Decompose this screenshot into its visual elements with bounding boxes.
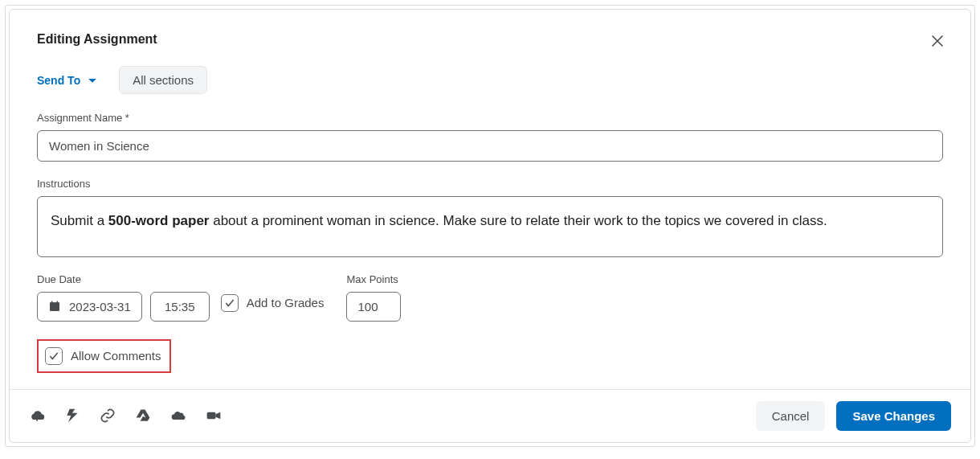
instructions-label: Instructions	[37, 178, 943, 190]
google-drive-icon[interactable]	[135, 408, 151, 424]
allow-comments-highlight: Allow Comments	[37, 339, 171, 373]
assignment-name-label: Assignment Name *	[37, 112, 943, 124]
add-to-grades-label: Add to Grades	[247, 296, 325, 309]
editing-assignment-modal: Editing Assignment Send To All sections …	[9, 9, 971, 443]
video-icon[interactable]	[206, 408, 222, 424]
quicklink-icon[interactable]	[64, 408, 80, 424]
due-date-label: Due Date	[37, 273, 210, 285]
checkmark-icon	[48, 350, 59, 362]
svg-rect-4	[207, 412, 216, 419]
instructions-text-prefix: Submit a	[51, 213, 108, 228]
svg-rect-1	[50, 303, 59, 305]
upload-cloud-icon[interactable]	[29, 408, 45, 424]
modal-title: Editing Assignment	[37, 32, 157, 47]
instructions-editor[interactable]: Submit a 500-word paper about a prominen…	[37, 196, 943, 257]
svg-rect-3	[57, 301, 58, 304]
section-chip[interactable]: All sections	[119, 66, 207, 94]
allow-comments-checkbox[interactable]	[45, 347, 63, 365]
close-icon	[930, 34, 945, 48]
instructions-text-bold: 500-word paper	[108, 213, 210, 228]
onedrive-icon[interactable]	[170, 408, 186, 424]
instructions-text-suffix: about a prominent woman in science. Make…	[209, 213, 827, 228]
add-to-grades-checkbox[interactable]	[221, 294, 239, 312]
max-points-label: Max Points	[346, 273, 401, 285]
chevron-down-icon	[87, 75, 98, 86]
save-changes-button[interactable]: Save Changes	[836, 401, 951, 431]
max-points-input[interactable]	[346, 292, 401, 322]
link-icon[interactable]	[100, 408, 116, 424]
close-button[interactable]	[927, 31, 948, 54]
svg-rect-2	[51, 301, 52, 304]
send-to-label: Send To	[37, 74, 80, 87]
allow-comments-label: Allow Comments	[71, 349, 161, 363]
assignment-name-input[interactable]	[37, 130, 943, 162]
calendar-icon	[48, 300, 61, 313]
send-to-dropdown[interactable]: Send To	[37, 74, 98, 87]
due-time-input[interactable]: 15:35	[150, 292, 210, 322]
due-date-input[interactable]: 2023-03-31	[37, 292, 142, 322]
checkmark-icon	[224, 297, 235, 309]
due-date-value: 2023-03-31	[69, 300, 131, 314]
cancel-button[interactable]: Cancel	[756, 401, 826, 431]
